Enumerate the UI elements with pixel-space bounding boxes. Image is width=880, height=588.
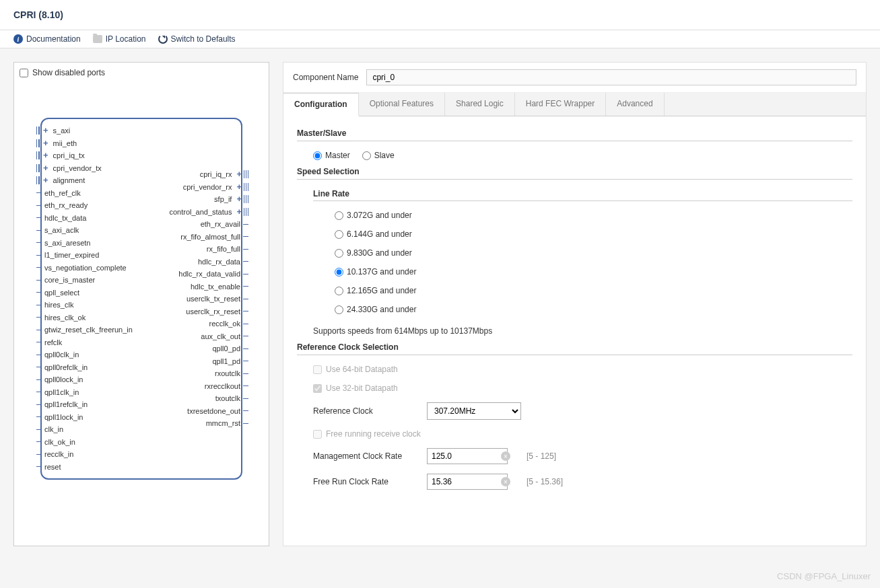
tab-shared-logic[interactable]: Shared Logic — [445, 93, 515, 116]
line-rate-radio[interactable]: 3.072G and under — [335, 211, 852, 220]
port-in: qpll1clk_in — [36, 386, 79, 399]
port-in: core_is_master — [36, 274, 95, 287]
port-in: qpll0lock_in — [36, 373, 83, 386]
folder-icon — [93, 35, 102, 43]
port-out: userclk_tx_reset — [187, 293, 248, 305]
use-64bit-checkbox — [313, 365, 322, 374]
port-out: txresetdone_out — [187, 405, 248, 418]
port-in: hdlc_tx_data — [36, 212, 86, 225]
master-slave-heading: Master/Slave — [297, 128, 852, 141]
mgmt-clock-label: Management Clock Rate — [313, 451, 417, 461]
clear-icon[interactable]: × — [501, 477, 510, 486]
free-rx-clock-label: Free running receive clock — [326, 429, 421, 439]
port-in: qpll0refclk_in — [36, 361, 88, 374]
ip-block-diagram: +s_axi+mii_eth+cpri_iq_tx+cpri_vendor_tx… — [40, 118, 242, 480]
ip-location-link[interactable]: IP Location — [93, 34, 146, 44]
block-diagram-panel: Show disabled ports +s_axi+mii_eth+cpri_… — [13, 62, 269, 546]
port-in: clk_ok_in — [36, 436, 75, 449]
show-disabled-ports-input[interactable] — [20, 69, 28, 77]
tab-configuration[interactable]: Configuration — [283, 93, 359, 116]
port-in-bus: +alignment — [36, 174, 85, 187]
port-out-bus: cpri_vendor_rx+ — [183, 181, 248, 194]
speed-selection-heading: Speed Selection — [297, 167, 852, 180]
switch-defaults-label: Switch to Defaults — [171, 34, 236, 44]
port-in: refclk — [36, 336, 62, 349]
ip-location-label: IP Location — [106, 34, 146, 44]
port-in: recclk_in — [36, 448, 73, 461]
line-rate-radio[interactable]: 12.165G and under — [335, 286, 852, 295]
tab-hard-fec-wrapper[interactable]: Hard FEC Wrapper — [515, 93, 606, 116]
line-rate-radio[interactable]: 6.144G and under — [335, 229, 852, 239]
port-in-bus: +s_axi — [36, 124, 70, 137]
tab-advanced[interactable]: Advanced — [606, 93, 664, 116]
port-out: qpll1_pd — [212, 355, 248, 368]
port-out: aux_clk_out — [201, 330, 248, 343]
port-in: qpll1refclk_in — [36, 398, 88, 411]
port-in: qpll1lock_in — [36, 411, 83, 424]
port-out: rx_fifo_almost_full — [180, 231, 248, 244]
port-in: s_axi_aclk — [36, 224, 79, 237]
free-run-clock-range: [5 - 15.36] — [527, 477, 563, 486]
port-in: reset — [36, 461, 61, 474]
port-in: l1_timer_expired — [36, 249, 99, 262]
master-radio[interactable]: Master — [313, 151, 350, 160]
ref-clock-heading: Reference Clock Selection — [297, 342, 852, 355]
slave-radio[interactable]: Slave — [362, 151, 395, 160]
tab-optional-features[interactable]: Optional Features — [359, 93, 445, 116]
port-out: rx_fifo_full — [207, 243, 248, 256]
config-panel: Component Name ConfigurationOptional Fea… — [283, 62, 867, 546]
documentation-link[interactable]: i Documentation — [13, 34, 81, 44]
port-in: clk_in — [36, 423, 63, 436]
line-rate-radio[interactable]: 24.330G and under — [335, 305, 852, 314]
reference-clock-label: Reference Clock — [313, 406, 417, 416]
show-disabled-ports-label: Show disabled ports — [32, 68, 105, 77]
free-run-clock-label: Free Run Clock Rate — [313, 477, 417, 486]
port-out: txoutclk — [215, 392, 248, 405]
port-out: hdlc_rx_data_valid — [178, 268, 248, 281]
port-in: hires_clk_ok — [36, 311, 86, 324]
component-name-input[interactable] — [366, 69, 856, 85]
line-rate-radio[interactable]: 10.137G and under — [335, 267, 852, 277]
port-in: eth_ref_clk — [36, 187, 81, 200]
port-out-bus: cpri_iq_rx+ — [200, 168, 248, 181]
speed-support-note: Supports speeds from 614Mbps up to 10137… — [297, 326, 852, 336]
port-in: hires_clk — [36, 299, 73, 311]
port-in: eth_rx_ready — [36, 199, 88, 212]
mgmt-clock-range: [5 - 125] — [527, 451, 556, 461]
switch-defaults-link[interactable]: Switch to Defaults — [158, 34, 236, 44]
clear-icon[interactable]: × — [501, 451, 510, 461]
documentation-label: Documentation — [26, 34, 81, 44]
page-title: CPRI (8.10) — [13, 9, 63, 20]
port-out: mmcm_rst — [206, 417, 248, 430]
port-out: hdlc_tx_enable — [191, 281, 248, 293]
port-out: hdlc_rx_data — [198, 256, 248, 268]
line-rate-radio[interactable]: 9.830G and under — [335, 248, 852, 258]
free-run-clock-input[interactable] — [427, 474, 508, 490]
port-out: qpll0_pd — [212, 342, 248, 355]
port-out: rxoutclk — [215, 367, 248, 380]
port-out: eth_rx_avail — [201, 218, 248, 231]
toolbar: i Documentation IP Location Switch to De… — [0, 30, 880, 48]
port-out: rxrecclkout — [205, 380, 248, 393]
port-out-bus: control_and_status+ — [169, 206, 248, 219]
reference-clock-select[interactable]: 307.20MHz — [427, 402, 521, 420]
port-out: recclk_ok — [209, 318, 248, 330]
use-32bit-checkbox — [313, 384, 322, 393]
port-out-bus: sfp_if+ — [214, 193, 248, 206]
refresh-icon — [158, 34, 168, 44]
port-in: gtwiz_reset_clk_freerun_in — [36, 324, 133, 336]
show-disabled-ports-checkbox[interactable]: Show disabled ports — [20, 68, 263, 77]
port-in: qpll_select — [36, 287, 79, 299]
use-32bit-label: Use 32-bit Datapath — [326, 383, 398, 393]
port-in-bus: +mii_eth — [36, 137, 77, 150]
info-icon: i — [13, 34, 23, 44]
line-rate-heading: Line Rate — [313, 189, 852, 201]
mgmt-clock-input[interactable] — [427, 448, 508, 464]
port-in: qpll0clk_in — [36, 348, 79, 361]
free-rx-clock-checkbox — [313, 430, 322, 439]
port-in: s_axi_aresetn — [36, 237, 91, 250]
component-name-label: Component Name — [293, 73, 358, 82]
port-in-bus: +cpri_vendor_tx — [36, 162, 102, 175]
use-64bit-label: Use 64-bit Datapath — [326, 365, 398, 374]
port-in: vs_negotiation_complete — [36, 262, 127, 274]
